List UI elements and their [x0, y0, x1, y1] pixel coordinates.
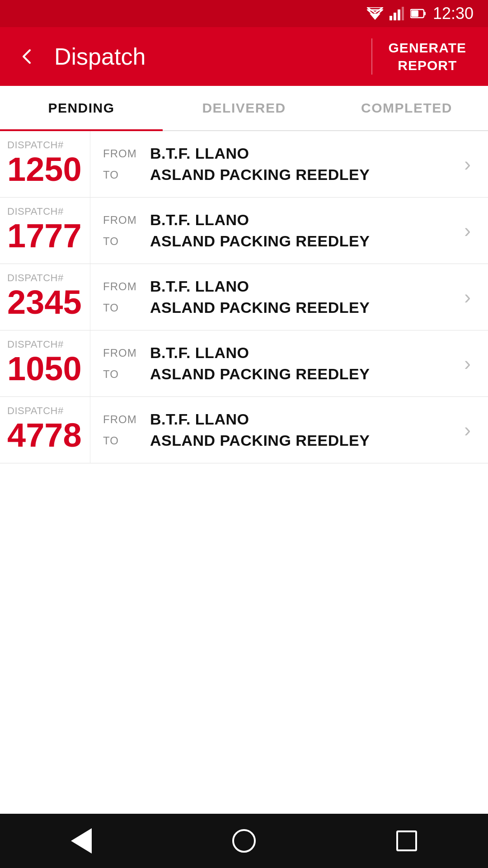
to-label: TO	[103, 235, 139, 248]
svg-rect-6	[402, 7, 404, 20]
dispatch-label: DISPATCH#	[7, 405, 83, 417]
dispatch-number: 4778	[7, 419, 83, 452]
to-label: TO	[103, 169, 139, 181]
dispatch-number: 1250	[7, 153, 83, 186]
route-to-row: TO ASLAND PACKING REEDLEY	[103, 166, 460, 184]
dispatch-right: FROM B.T.F. LLANO TO ASLAND PACKING REED…	[90, 397, 488, 463]
dispatch-item[interactable]: DISPATCH# 2345 FROM B.T.F. LLANO TO ASLA…	[0, 264, 488, 330]
tab-pending[interactable]: PENDING	[0, 86, 163, 130]
dispatch-right: FROM B.T.F. LLANO TO ASLAND PACKING REED…	[90, 198, 488, 264]
dispatch-number: 1777	[7, 219, 83, 253]
dispatch-routes: FROM B.T.F. LLANO TO ASLAND PACKING REED…	[103, 145, 460, 184]
dispatch-label: DISPATCH#	[7, 139, 83, 151]
from-label: FROM	[103, 214, 139, 226]
status-bar: 12:30	[0, 0, 488, 27]
dispatch-item[interactable]: DISPATCH# 1250 FROM B.T.F. LLANO TO ASLA…	[0, 131, 488, 198]
dispatch-item[interactable]: DISPATCH# 1050 FROM B.T.F. LLANO TO ASLA…	[0, 330, 488, 397]
dispatch-number: 2345	[7, 286, 83, 319]
to-label: TO	[103, 302, 139, 314]
dispatch-routes: FROM B.T.F. LLANO TO ASLAND PACKING REED…	[103, 344, 460, 383]
recent-nav-button[interactable]	[386, 821, 427, 861]
back-nav-icon	[71, 828, 92, 854]
route-from-row: FROM B.T.F. LLANO	[103, 410, 460, 428]
chevron-right-icon: ›	[460, 419, 475, 441]
status-icons: 12:30	[367, 4, 474, 23]
dispatch-list: DISPATCH# 1250 FROM B.T.F. LLANO TO ASLA…	[0, 131, 488, 814]
svg-rect-3	[389, 16, 392, 20]
route-to-row: TO ASLAND PACKING REEDLEY	[103, 299, 460, 316]
chevron-right-icon: ›	[460, 352, 475, 375]
route-to-row: TO ASLAND PACKING REEDLEY	[103, 232, 460, 250]
dispatch-label: DISPATCH#	[7, 339, 83, 350]
dispatch-right: FROM B.T.F. LLANO TO ASLAND PACKING REED…	[90, 131, 488, 197]
dispatch-right: FROM B.T.F. LLANO TO ASLAND PACKING REED…	[90, 264, 488, 330]
from-label: FROM	[103, 280, 139, 293]
to-label: TO	[103, 368, 139, 381]
to-location: ASLAND PACKING REEDLEY	[150, 232, 370, 250]
from-location: B.T.F. LLANO	[150, 145, 249, 162]
route-from-row: FROM B.T.F. LLANO	[103, 211, 460, 229]
dispatch-item[interactable]: DISPATCH# 4778 FROM B.T.F. LLANO TO ASLA…	[0, 397, 488, 463]
generate-report-button[interactable]: GENERATEREPORT	[380, 34, 475, 79]
chevron-right-icon: ›	[460, 219, 475, 242]
app-bar: Dispatch GENERATEREPORT	[0, 27, 488, 86]
route-to-row: TO ASLAND PACKING REEDLEY	[103, 432, 460, 449]
dispatch-routes: FROM B.T.F. LLANO TO ASLAND PACKING REED…	[103, 410, 460, 449]
page-title: Dispatch	[42, 43, 364, 70]
dispatch-number: 1050	[7, 352, 83, 386]
header-divider	[371, 38, 372, 75]
dispatch-left: DISPATCH# 1050	[0, 330, 90, 396]
from-location: B.T.F. LLANO	[150, 211, 249, 229]
dispatch-left: DISPATCH# 1250	[0, 131, 90, 197]
dispatch-right: FROM B.T.F. LLANO TO ASLAND PACKING REED…	[90, 330, 488, 396]
from-location: B.T.F. LLANO	[150, 410, 249, 428]
tab-delivered[interactable]: DELIVERED	[163, 86, 325, 130]
bottom-navigation	[0, 814, 488, 868]
route-from-row: FROM B.T.F. LLANO	[103, 278, 460, 295]
from-location: B.T.F. LLANO	[150, 344, 249, 362]
battery-icon	[410, 9, 427, 19]
from-label: FROM	[103, 147, 139, 160]
chevron-right-icon: ›	[460, 153, 475, 175]
recent-nav-icon	[396, 830, 417, 851]
route-from-row: FROM B.T.F. LLANO	[103, 145, 460, 162]
dispatch-left: DISPATCH# 1777	[0, 198, 90, 264]
svg-rect-9	[411, 10, 418, 17]
to-location: ASLAND PACKING REEDLEY	[150, 166, 370, 184]
to-location: ASLAND PACKING REEDLEY	[150, 299, 370, 316]
dispatch-routes: FROM B.T.F. LLANO TO ASLAND PACKING REED…	[103, 278, 460, 316]
from-location: B.T.F. LLANO	[150, 278, 249, 295]
from-label: FROM	[103, 347, 139, 359]
dispatch-label: DISPATCH#	[7, 272, 83, 284]
dispatch-left: DISPATCH# 2345	[0, 264, 90, 330]
signal-icon	[389, 7, 404, 20]
to-label: TO	[103, 434, 139, 447]
back-nav-button[interactable]	[61, 821, 102, 861]
chevron-right-icon: ›	[460, 286, 475, 308]
tab-bar: PENDING DELIVERED COMPLETED	[0, 86, 488, 131]
svg-rect-5	[398, 9, 400, 20]
dispatch-left: DISPATCH# 4778	[0, 397, 90, 463]
svg-rect-8	[424, 12, 426, 15]
dispatch-label: DISPATCH#	[7, 206, 83, 217]
home-nav-icon	[232, 829, 256, 853]
tab-completed[interactable]: COMPLETED	[325, 86, 488, 130]
route-from-row: FROM B.T.F. LLANO	[103, 344, 460, 362]
to-location: ASLAND PACKING REEDLEY	[150, 365, 370, 383]
status-time: 12:30	[433, 4, 474, 23]
back-button[interactable]	[13, 42, 42, 71]
svg-rect-4	[394, 13, 396, 20]
dispatch-item[interactable]: DISPATCH# 1777 FROM B.T.F. LLANO TO ASLA…	[0, 198, 488, 264]
dispatch-routes: FROM B.T.F. LLANO TO ASLAND PACKING REED…	[103, 211, 460, 250]
route-to-row: TO ASLAND PACKING REEDLEY	[103, 365, 460, 383]
wifi-icon	[367, 7, 383, 20]
to-location: ASLAND PACKING REEDLEY	[150, 432, 370, 449]
back-arrow-icon	[17, 47, 37, 66]
home-nav-button[interactable]	[224, 821, 264, 861]
from-label: FROM	[103, 413, 139, 426]
